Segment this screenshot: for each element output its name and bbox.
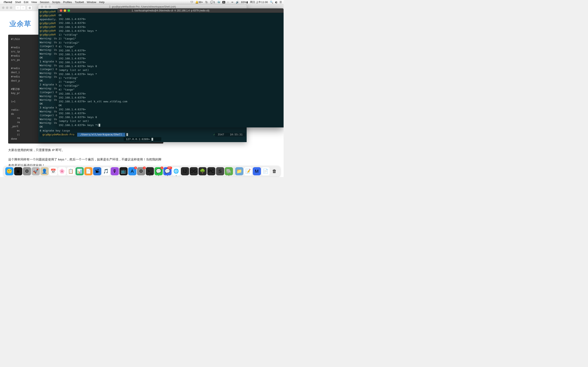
menu-toolbelt[interactable]: Toolbelt [75,1,84,4]
dock-app-keynote[interactable]: 📽 [93,167,101,175]
terminal-redis-title: 1. /usr/local/opt/redis@4.0/bin/redis-cl… [131,9,209,12]
dock-app-podcasts[interactable]: 🎙 [111,167,119,175]
status-shield-icon[interactable]: 🛡 [190,1,193,4]
dock-app-sysprefs[interactable]: ⚙ [23,167,31,175]
status-evernote-icon[interactable]: 🐘 [205,1,208,4]
status-controlcenter-icon[interactable]: ☰ [279,1,282,4]
dock-app-intellij[interactable]: IJ [181,167,189,175]
dock-app-wechat[interactable]: 💬1 [155,167,163,175]
menu-shell[interactable]: Shell [15,1,21,4]
status-battery[interactable]: 93% ▮ [241,1,248,4]
status-bluetooth-icon[interactable]: ⎋ [227,1,229,4]
dock-app-photos[interactable]: 🌸 [58,167,66,175]
dock-app-pycharm[interactable]: PC [207,167,215,175]
dock-app-mweb[interactable]: M [253,167,261,175]
terminal-redis-traffic-lights[interactable] [60,9,70,12]
dock-app-wechatwork[interactable]: 💬99+ [163,167,172,175]
browser-sidebar-button[interactable]: ▥ [27,6,32,10]
menu-window[interactable]: Window [87,1,96,4]
status-wechat-icon[interactable]: 💬 1 [210,1,215,4]
status-volume-icon[interactable]: 🔊 [236,1,239,4]
dock-app-siri[interactable]: ◉ [14,167,22,175]
menu-help[interactable]: Help [99,1,104,4]
terminal-redis-window[interactable]: 1. /usr/local/opt/redis@4.0/bin/redis-cl… [57,8,284,127]
dock-app-evernote[interactable]: 🐘 [225,167,233,175]
dock-app-tv[interactable]: 📺 [120,167,128,175]
dock-separator [234,167,234,175]
status-spotlight-icon[interactable]: 🔍 [270,1,273,4]
menu-view[interactable]: View [31,1,37,4]
dock-app-music[interactable]: 🎵 [102,167,110,175]
dock-app-chrome[interactable]: 🌐 [172,167,180,175]
dock-app-datagrip[interactable]: DG [190,167,198,175]
status-app-icon[interactable]: ◐ [275,1,277,4]
dock-app-pages[interactable]: 📄 [84,167,93,175]
article-para-1: 大家在使用的时候，只需要替换 IP 即可。 [8,147,163,153]
dock-app-gitkraken[interactable]: 🌳 [199,167,207,175]
menu-profiles[interactable]: Profiles [63,1,72,4]
terminal-redis-body[interactable]: OK192.168.1.4:6379>192.168.1.4:6379>192.… [57,13,284,127]
dock-app-iterm[interactable]: >_ [146,167,154,175]
browser-forward-button[interactable]: › [20,6,26,10]
dock-app-textedit[interactable]: 📄 [261,167,270,175]
terminal-shell-title: 2. gcy@gcydeMacBook-Pro: /Users/xtt/work… [109,5,176,8]
menu-edit[interactable]: Edit [24,1,28,4]
browser-back-button[interactable]: ‹ [15,6,20,10]
dock-app-appstore[interactable]: A6 [128,167,136,175]
app-menu[interactable]: iTerm2 [4,1,12,4]
status-input-icon[interactable]: A [222,1,225,3]
dock-app-sublime[interactable]: S [216,167,224,175]
dock-app-launchpad[interactable]: 🚀 [32,167,40,175]
dock-app-sysprefs2[interactable]: ⚙2 [137,167,145,175]
status-docker-icon[interactable]: 🐳 [217,1,220,4]
dock-app-calendar[interactable]: 📅 [49,167,57,175]
dock: 🙂◉⚙🚀👤📅🌸📋📊📄📽🎵🎙📺A6⚙2>_💬1💬99+🌐IJDG🌳PCS🐘📁📝M📄… [4,166,280,176]
menu-session[interactable]: Session [40,1,49,4]
dock-app-reminders[interactable]: 📋 [67,167,75,175]
dock-app-finder[interactable]: 🙂 [5,167,13,175]
menu-scripts[interactable]: Scripts [52,1,60,4]
dock-app-notes[interactable]: 📝 [244,167,252,175]
menubar: iTerm2 Shell Edit View Session Scripts P… [0,0,284,4]
dock-app-numbers[interactable]: 📊 [76,167,84,175]
terminal-shell-traffic-lights[interactable] [41,6,51,8]
dock-app-trash[interactable]: 🗑 [270,167,278,175]
status-datetime[interactable]: 周日 上午11:00 [250,0,268,4]
browser-traffic-lights[interactable] [2,7,12,9]
status-wifi-icon[interactable] [231,1,234,4]
status-notification-icon[interactable]: 🔔99+ [195,1,203,4]
dock-app-contacts[interactable]: 👤 [40,167,49,175]
dock-app-folder[interactable]: 📁 [235,167,243,175]
terminal-redis-titlebar[interactable]: 1. /usr/local/opt/redis@4.0/bin/redis-cl… [57,8,284,13]
